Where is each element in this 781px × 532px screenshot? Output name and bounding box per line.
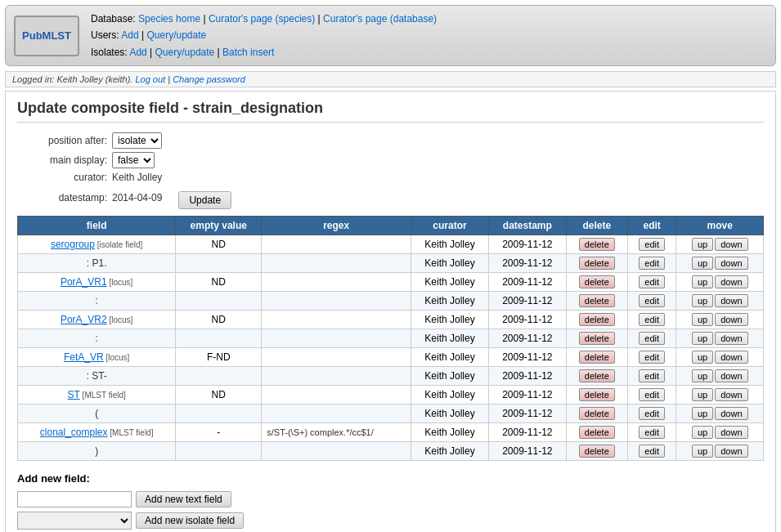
down-button[interactable]: down bbox=[715, 294, 747, 307]
curator-cell: Keith Jolley bbox=[411, 254, 489, 273]
move-cell: updown bbox=[676, 442, 764, 461]
down-button[interactable]: down bbox=[715, 388, 747, 401]
species-home-link[interactable]: Species home bbox=[138, 13, 200, 25]
delete-button[interactable]: delete bbox=[579, 275, 615, 288]
add-text-input[interactable] bbox=[17, 491, 132, 507]
datestamp-cell: 2009-11-12 bbox=[488, 273, 566, 292]
delete-button[interactable]: delete bbox=[579, 407, 615, 420]
curator-cell: Keith Jolley bbox=[411, 348, 489, 367]
down-button[interactable]: down bbox=[715, 351, 747, 364]
move-cell: updown bbox=[676, 348, 764, 367]
edit-button[interactable]: edit bbox=[639, 369, 665, 382]
up-button[interactable]: up bbox=[692, 238, 713, 251]
users-query-update-link[interactable]: Query/update bbox=[147, 29, 207, 41]
up-button[interactable]: up bbox=[692, 351, 713, 364]
down-button[interactable]: down bbox=[715, 275, 747, 288]
isolates-batch-insert-link[interactable]: Batch insert bbox=[222, 47, 274, 58]
position-after-select[interactable]: isolate bbox=[112, 132, 162, 149]
down-button[interactable]: down bbox=[715, 445, 747, 458]
up-button[interactable]: up bbox=[692, 332, 713, 345]
login-bar: Logged in: Keith Jolley (keith). Log out… bbox=[5, 71, 776, 87]
curator-cell: Keith Jolley bbox=[411, 235, 489, 254]
edit-button[interactable]: edit bbox=[639, 445, 665, 458]
up-button[interactable]: up bbox=[692, 445, 713, 458]
down-button[interactable]: down bbox=[715, 426, 747, 439]
move-cell: updown bbox=[676, 273, 764, 292]
datestamp-cell: 2009-11-12 bbox=[488, 254, 566, 273]
isolates-add-link[interactable]: Add bbox=[129, 47, 146, 58]
delete-button[interactable]: delete bbox=[579, 294, 615, 307]
edit-cell: edit bbox=[627, 235, 676, 254]
datestamp-cell: 2009-11-12 bbox=[488, 405, 566, 423]
field-link[interactable]: PorA_VR2 bbox=[61, 314, 107, 325]
delete-cell: delete bbox=[566, 311, 627, 329]
field-link[interactable]: ST bbox=[67, 389, 79, 400]
up-button[interactable]: up bbox=[692, 275, 713, 288]
delete-button[interactable]: delete bbox=[579, 332, 615, 345]
edit-button[interactable]: edit bbox=[639, 257, 665, 270]
delete-button[interactable]: delete bbox=[579, 238, 615, 251]
edit-button[interactable]: edit bbox=[639, 238, 665, 251]
field-cell: PorA_VR1 [locus] bbox=[18, 273, 176, 292]
edit-button[interactable]: edit bbox=[639, 332, 665, 345]
edit-button[interactable]: edit bbox=[639, 407, 665, 420]
field-cell: clonal_complex [MLST field] bbox=[18, 423, 176, 442]
up-button[interactable]: up bbox=[692, 369, 713, 382]
curator-cell: Keith Jolley bbox=[411, 329, 489, 348]
down-button[interactable]: down bbox=[715, 238, 747, 251]
field-link[interactable]: FetA_VR bbox=[64, 351, 104, 363]
delete-button[interactable]: delete bbox=[579, 351, 615, 364]
curators-page-database-link[interactable]: Curator's page (database) bbox=[323, 13, 437, 25]
field-link[interactable]: serogroup bbox=[51, 239, 95, 250]
delete-button[interactable]: delete bbox=[579, 445, 615, 458]
curator-cell: Keith Jolley bbox=[411, 442, 489, 461]
add-isolate-field-button[interactable]: Add new isolate field bbox=[136, 512, 244, 529]
datestamp-cell: 2009-11-12 bbox=[488, 386, 566, 405]
regex-cell bbox=[262, 311, 411, 329]
update-button[interactable]: Update bbox=[178, 191, 231, 209]
delete-button[interactable]: delete bbox=[579, 313, 615, 326]
up-button[interactable]: up bbox=[692, 407, 713, 420]
up-button[interactable]: up bbox=[692, 426, 713, 439]
fields-table: field empty value regex curator datestam… bbox=[17, 216, 764, 461]
add-isolate-select[interactable] bbox=[17, 512, 132, 530]
delete-cell: delete bbox=[566, 405, 627, 423]
down-button[interactable]: down bbox=[715, 407, 747, 420]
up-button[interactable]: up bbox=[692, 257, 713, 270]
up-button[interactable]: up bbox=[692, 388, 713, 401]
add-text-field-button[interactable]: Add new text field bbox=[136, 491, 231, 507]
down-button[interactable]: down bbox=[715, 257, 747, 270]
empty-value-cell bbox=[176, 254, 262, 273]
edit-cell: edit bbox=[627, 348, 676, 367]
delete-button[interactable]: delete bbox=[579, 257, 615, 270]
datestamp-cell: 2009-11-12 bbox=[488, 442, 566, 461]
main-display-select[interactable]: false bbox=[112, 152, 155, 168]
users-add-link[interactable]: Add bbox=[121, 29, 138, 41]
delete-button[interactable]: delete bbox=[579, 369, 615, 382]
down-button[interactable]: down bbox=[715, 332, 747, 345]
change-password-link[interactable]: Change password bbox=[173, 74, 245, 84]
table-row: :Keith Jolley2009-11-12deleteeditupdown bbox=[18, 292, 764, 311]
curator-value: Keith Jolley bbox=[112, 172, 162, 183]
edit-button[interactable]: edit bbox=[639, 351, 665, 364]
edit-button[interactable]: edit bbox=[639, 388, 665, 401]
edit-button[interactable]: edit bbox=[639, 275, 665, 288]
logout-link[interactable]: Log out bbox=[135, 74, 165, 84]
field-link[interactable]: PorA_VR1 bbox=[61, 276, 107, 288]
curators-page-species-link[interactable]: Curator's page (species) bbox=[209, 13, 315, 25]
delete-button[interactable]: delete bbox=[579, 388, 615, 401]
down-button[interactable]: down bbox=[715, 369, 747, 382]
down-button[interactable]: down bbox=[715, 313, 747, 326]
edit-button[interactable]: edit bbox=[639, 426, 665, 439]
field-tag: [MLST field] bbox=[108, 428, 154, 437]
curator-cell: Keith Jolley bbox=[411, 273, 489, 292]
isolates-query-update-link[interactable]: Query/update bbox=[155, 47, 215, 58]
delete-button[interactable]: delete bbox=[579, 426, 615, 439]
regex-cell bbox=[262, 405, 411, 423]
up-button[interactable]: up bbox=[692, 313, 713, 326]
edit-button[interactable]: edit bbox=[639, 313, 665, 326]
field-link[interactable]: clonal_complex bbox=[40, 427, 108, 438]
up-button[interactable]: up bbox=[692, 294, 713, 307]
edit-button[interactable]: edit bbox=[639, 294, 665, 307]
curator-row: curator: Keith Jolley bbox=[17, 172, 764, 183]
